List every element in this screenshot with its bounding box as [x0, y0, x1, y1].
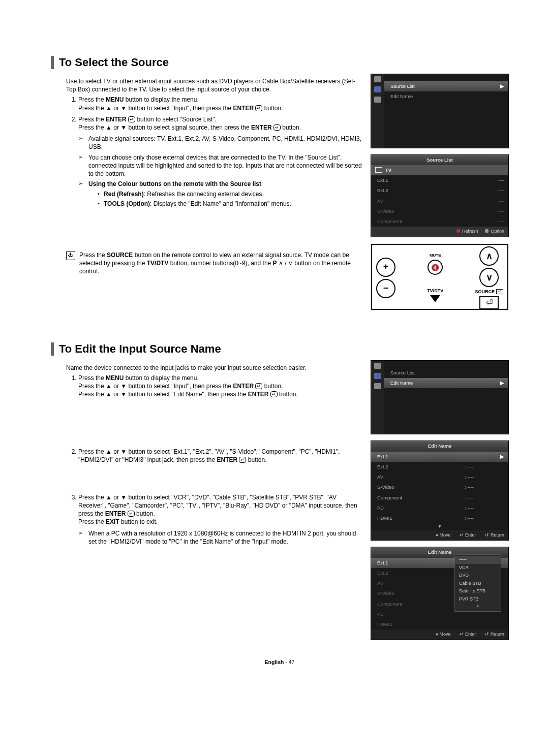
osd-move: ♦ Move: [436, 532, 450, 539]
osd-enter: ↵ Enter: [460, 532, 476, 539]
osd-source-list: Source List TV Ext.1----Ext.2----AV----S…: [371, 155, 508, 237]
note-colour-buttons: Using the Colour buttons on the remote w…: [78, 180, 362, 208]
osd-row: HDMI1: [371, 619, 508, 629]
osd-popup-item: Satellite STB: [455, 587, 501, 595]
tvdtv-label: TV/DTV: [427, 288, 443, 293]
osd-popup-item: VCR: [455, 564, 501, 572]
input-icon: [374, 373, 381, 379]
osd-input-menu-2: Source List Edit Name▶: [371, 361, 508, 434]
app-icon: [374, 383, 381, 389]
osd-return: ↺ Return: [485, 631, 504, 638]
mute-button: 🔇: [428, 260, 443, 275]
osd-enter: ↵ Enter: [460, 631, 476, 638]
note-available-sources: Available signal sources: TV, Ext.1, Ext…: [78, 135, 362, 151]
section-heading-edit-name: To Edit the Input Source Name: [51, 342, 508, 356]
s2-step-3: Press the ▲ or ▼ button to select "VCR",…: [78, 493, 362, 546]
osd-item-source-list: Source List: [384, 368, 508, 378]
osd-popup-item: Cable STB: [455, 580, 501, 588]
remote-diagram: + − MUTE 🔇 TV/DTV ∧ ∨ SOURCE ⏎: [371, 244, 508, 310]
osd-row: Ext.1: ----▶: [371, 452, 508, 462]
osd-option: Option: [485, 228, 504, 235]
s2-step-1: Press the MENU button to display the men…: [78, 374, 362, 445]
intro-text-2: Name the device connected to the input j…: [66, 364, 362, 372]
vol-down-button: −: [376, 279, 395, 298]
osd-popup-item: DVD: [455, 572, 501, 580]
page-number: English - 47: [51, 659, 508, 665]
osd-row-tv: TV: [371, 165, 508, 175]
osd-row: PC: ----: [371, 503, 508, 513]
note-pc-resolution: When a PC with a resolution of 1920 x 10…: [78, 529, 362, 546]
osd-row: Ext.2: ----: [371, 462, 508, 472]
mute-label: MUTE: [430, 253, 441, 258]
osd-item-edit-name: Edit Name▶: [384, 378, 508, 388]
step-2: Press the ENTER ↵ button to select "Sour…: [78, 115, 362, 208]
app-icon: [374, 97, 381, 103]
source-button: ⏎: [479, 296, 499, 309]
remote-icon: 🕹: [66, 251, 75, 260]
gear-icon: [374, 76, 381, 82]
osd-edit-name-list: Edit Name Ext.1: ----▶Ext.2: ----AV: ---…: [371, 441, 508, 540]
osd-row: HDMI1: ----: [371, 513, 508, 523]
note-red-refresh: Red (Refresh): Refreshes the connecting …: [98, 190, 362, 198]
note-connected-devices: You can choose only those external devic…: [78, 153, 362, 178]
osd-move: ♦ Move: [436, 631, 450, 638]
source-btn-icon: ⏎: [496, 289, 503, 294]
ch-down-button: ∨: [479, 268, 499, 287]
vol-up-button: +: [376, 258, 395, 277]
s2-step-2: Press the ▲ or ▼ button to select "Ext.1…: [78, 448, 362, 490]
osd-popup-list: -----VCRDVDCable STBSatellite STBPVR STB…: [454, 554, 501, 612]
osd-input-menu: Source List▶ Edit Name: [371, 74, 508, 148]
remote-note-text: Press the SOURCE button on the remote co…: [79, 251, 362, 276]
osd-title: Edit Name: [428, 443, 451, 449]
osd-refresh: Refresh: [456, 228, 478, 235]
osd-row: Ext.2----: [371, 185, 508, 196]
source-label: SOURCE: [475, 289, 495, 294]
osd-row: Ext.1----: [371, 175, 508, 185]
step-1: Press the MENU button to display the men…: [78, 96, 362, 112]
gear-icon: [374, 363, 381, 369]
osd-row: S-Video----: [371, 206, 508, 216]
section-heading-select-source: To Select the Source: [51, 56, 508, 69]
note-tools-option: TOOLS (Option): Displays the "Edit Name"…: [98, 200, 362, 208]
osd-title: Source List: [426, 157, 453, 163]
osd-return: ↺ Return: [485, 532, 504, 539]
osd-title: Edit Name: [428, 549, 451, 555]
intro-text: Use to select TV or other external input…: [66, 77, 362, 93]
osd-row: S-Video: ----: [371, 482, 508, 492]
osd-row: AV----: [371, 196, 508, 206]
osd-row: AV: ----: [371, 472, 508, 482]
ch-up-button: ∧: [479, 246, 499, 266]
osd-row: Component----: [371, 216, 508, 227]
osd-edit-name-popup: Edit Name Ext.1Ext.2AVS-VideoComponentPC…: [371, 547, 508, 640]
input-icon: [374, 86, 381, 92]
tvdtv-arrow-icon: [430, 295, 440, 302]
osd-popup-item: PVR STB: [455, 595, 501, 604]
osd-item-source-list: Source List▶: [384, 81, 508, 91]
osd-popup-item: -----: [455, 556, 501, 564]
osd-row: Component: ----: [371, 493, 508, 503]
osd-item-edit-name: Edit Name: [384, 91, 508, 102]
